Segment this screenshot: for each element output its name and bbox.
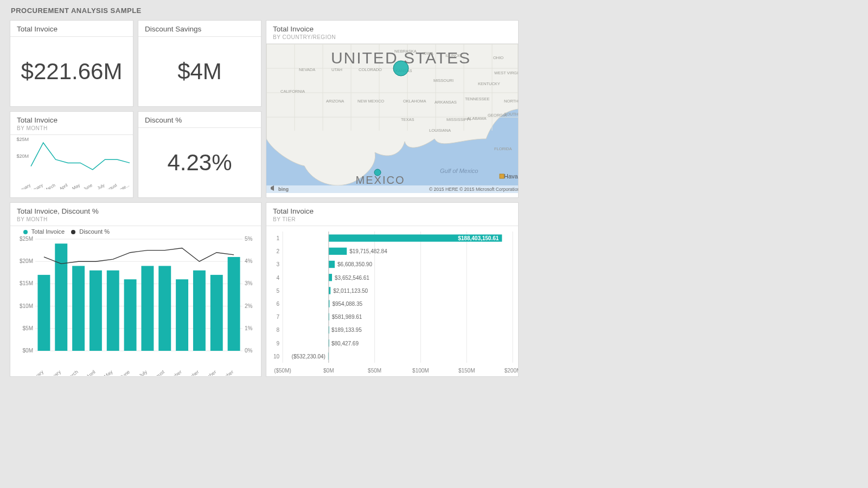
svg-text:8: 8 [276, 327, 279, 333]
svg-text:April: April [85, 369, 96, 376]
svg-text:2: 2 [276, 248, 279, 254]
svg-text:MEXICO: MEXICO [356, 174, 405, 186]
svg-text:IOWA: IOWA [423, 51, 433, 56]
svg-text:© 2015 HERE: © 2015 HERE [429, 187, 458, 192]
svg-text:June: June [119, 369, 131, 376]
legend-label-invoice: Total Invoice [31, 228, 65, 235]
svg-rect-77 [37, 275, 50, 351]
svg-text:$15M: $15M [20, 280, 33, 286]
svg-rect-125 [329, 287, 330, 294]
tile-title: Discount % [145, 116, 254, 124]
svg-rect-87 [210, 275, 223, 351]
svg-text:9: 9 [276, 341, 279, 346]
svg-text:$2,011,123.50: $2,011,123.50 [333, 288, 368, 294]
svg-text:$25M: $25M [16, 137, 29, 142]
tile-discount-pct[interactable]: Discount % 4.23% [138, 111, 261, 198]
svg-text:1: 1 [276, 235, 279, 241]
svg-text:$100M: $100M [412, 368, 429, 374]
combo-chart: $25M5%$20M4%$15M3%$10M2%$5M1%$0M0%Januar… [10, 236, 261, 376]
svg-text:January: January [16, 183, 31, 189]
map-chart: UNITED STATESMEXICOGulf of MexicoHavanNE… [266, 44, 518, 193]
svg-text:April: April [59, 183, 69, 189]
svg-text:$10M: $10M [20, 303, 33, 309]
svg-text:$20M: $20M [20, 258, 33, 264]
tile-invoice-by-tier[interactable]: Total Invoice BY TIER ($50M)$0M$50M$100M… [266, 202, 519, 377]
svg-text:$0M: $0M [323, 368, 334, 374]
svg-text:4%: 4% [245, 258, 253, 264]
svg-text:$0M: $0M [23, 348, 33, 354]
svg-text:$5M: $5M [23, 325, 33, 331]
svg-text:January: January [28, 369, 45, 376]
svg-text:($532,230.04): ($532,230.04) [292, 354, 326, 359]
svg-text:December: December [213, 369, 234, 376]
svg-text:© 2015 Microsoft Corporation: © 2015 Microsoft Corporation [459, 187, 518, 192]
svg-text:bing: bing [278, 187, 289, 192]
tile-title: Discount Savings [145, 25, 254, 33]
svg-rect-119 [329, 261, 335, 268]
svg-text:$25M: $25M [20, 236, 33, 242]
tile-title: Total Invoice [17, 25, 126, 33]
svg-text:COLORADO: COLORADO [359, 67, 382, 72]
svg-text:NEVADA: NEVADA [299, 67, 315, 72]
svg-rect-85 [176, 279, 188, 351]
svg-text:July: July [97, 183, 106, 189]
dashboard-grid: Total Invoice $221.66M Discount Savings … [10, 20, 858, 377]
svg-text:NEBRASKA: NEBRASKA [394, 49, 417, 54]
spark-chart: $25M$20MJanuaryFebruaryMarchAprilMayJune… [10, 135, 133, 189]
svg-text:$3,652,546.61: $3,652,546.61 [335, 275, 369, 281]
tile-subtitle: BY TIER [273, 216, 512, 222]
svg-point-54 [374, 169, 381, 176]
tile-subtitle: BY MONTH [17, 125, 126, 131]
svg-text:$80,427.69: $80,427.69 [331, 341, 359, 346]
tile-invoice-by-month-spark[interactable]: Total Invoice BY MONTH $25M$20MJanuaryFe… [10, 111, 133, 198]
svg-rect-81 [107, 271, 119, 351]
svg-text:November: November [196, 369, 218, 376]
svg-text:$6,608,350.90: $6,608,350.90 [337, 261, 372, 267]
svg-text:LOUISIANA: LOUISIANA [429, 128, 451, 133]
svg-rect-88 [228, 257, 240, 351]
svg-text:$19,715,482.84: $19,715,482.84 [349, 248, 387, 254]
svg-text:0%: 0% [245, 348, 253, 354]
svg-text:March: March [65, 369, 79, 376]
svg-text:$954,088.35: $954,088.35 [332, 301, 362, 307]
svg-text:KENTUCKY: KENTUCKY [478, 81, 500, 86]
svg-text:October: October [183, 369, 200, 376]
svg-text:WEST VIRGINIA: WEST VIRGINIA [494, 70, 518, 75]
svg-text:$200M: $200M [505, 368, 518, 374]
svg-text:$150M: $150M [458, 368, 475, 374]
svg-text:5: 5 [276, 288, 279, 294]
svg-text:SOUTH C: SOUTH C [504, 112, 518, 117]
svg-text:3: 3 [276, 261, 279, 267]
tile-title: Total Invoice, Discount % [17, 207, 254, 215]
tile-total-invoice[interactable]: Total Invoice $221.66M [10, 20, 133, 107]
svg-text:5%: 5% [245, 236, 253, 242]
svg-text:3%: 3% [245, 280, 253, 286]
svg-text:Havan: Havan [504, 173, 518, 179]
svg-text:February: February [43, 369, 62, 376]
svg-text:August: August [104, 183, 118, 189]
svg-rect-84 [158, 266, 171, 351]
svg-text:FLORIDA: FLORIDA [494, 146, 512, 151]
svg-text:$50M: $50M [368, 368, 381, 374]
svg-text:NORTH C: NORTH C [504, 99, 518, 104]
legend-label-discount: Discount % [79, 228, 110, 235]
svg-rect-80 [90, 271, 102, 351]
svg-text:$189,133.95: $189,133.95 [331, 327, 362, 333]
svg-rect-82 [124, 279, 137, 351]
svg-text:Gulf of Mexico: Gulf of Mexico [440, 168, 478, 174]
tile-title: Total Invoice [273, 207, 512, 215]
tile-subtitle: BY MONTH [17, 216, 254, 222]
legend-dot-discount [71, 230, 75, 234]
svg-text:May: May [103, 369, 114, 376]
svg-text:CALIFORNIA: CALIFORNIA [280, 89, 305, 94]
svg-text:UTAH: UTAH [331, 67, 342, 72]
kpi-value-savings: $4M [138, 37, 261, 106]
tile-invoice-discount-by-month[interactable]: Total Invoice, Discount % BY MONTH Total… [10, 202, 261, 377]
svg-text:ILLINOIS: ILLINOIS [445, 53, 462, 58]
svg-text:May: May [71, 183, 81, 189]
tile-discount-savings[interactable]: Discount Savings $4M [138, 20, 261, 107]
svg-text:June: June [82, 183, 93, 189]
tile-invoice-by-country[interactable]: Total Invoice BY COUNTRY/REGION UNITED S… [266, 20, 519, 198]
svg-rect-79 [72, 266, 85, 351]
svg-text:March: March [43, 183, 56, 189]
